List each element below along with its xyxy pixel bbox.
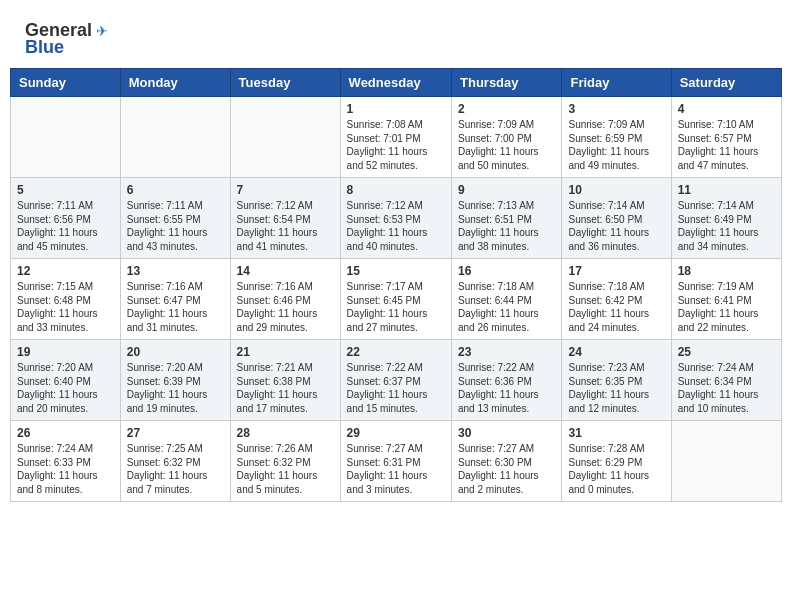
calendar-cell: 23Sunrise: 7:22 AM Sunset: 6:36 PM Dayli… (452, 340, 562, 421)
day-info: Sunrise: 7:14 AM Sunset: 6:50 PM Dayligh… (568, 199, 664, 253)
calendar-cell (120, 97, 230, 178)
calendar-cell: 27Sunrise: 7:25 AM Sunset: 6:32 PM Dayli… (120, 421, 230, 502)
calendar-cell: 24Sunrise: 7:23 AM Sunset: 6:35 PM Dayli… (562, 340, 671, 421)
calendar-cell: 15Sunrise: 7:17 AM Sunset: 6:45 PM Dayli… (340, 259, 451, 340)
day-number: 12 (17, 264, 114, 278)
day-number: 13 (127, 264, 224, 278)
calendar-cell: 7Sunrise: 7:12 AM Sunset: 6:54 PM Daylig… (230, 178, 340, 259)
header-friday: Friday (562, 69, 671, 97)
day-number: 7 (237, 183, 334, 197)
calendar-cell: 1Sunrise: 7:08 AM Sunset: 7:01 PM Daylig… (340, 97, 451, 178)
day-info: Sunrise: 7:15 AM Sunset: 6:48 PM Dayligh… (17, 280, 114, 334)
day-info: Sunrise: 7:16 AM Sunset: 6:46 PM Dayligh… (237, 280, 334, 334)
day-info: Sunrise: 7:17 AM Sunset: 6:45 PM Dayligh… (347, 280, 445, 334)
day-number: 1 (347, 102, 445, 116)
calendar-cell: 9Sunrise: 7:13 AM Sunset: 6:51 PM Daylig… (452, 178, 562, 259)
calendar-cell: 18Sunrise: 7:19 AM Sunset: 6:41 PM Dayli… (671, 259, 781, 340)
logo-blue-text: Blue (25, 37, 64, 58)
calendar-cell: 26Sunrise: 7:24 AM Sunset: 6:33 PM Dayli… (11, 421, 121, 502)
day-info: Sunrise: 7:27 AM Sunset: 6:30 PM Dayligh… (458, 442, 555, 496)
calendar-cell: 11Sunrise: 7:14 AM Sunset: 6:49 PM Dayli… (671, 178, 781, 259)
header-saturday: Saturday (671, 69, 781, 97)
day-number: 3 (568, 102, 664, 116)
calendar-cell: 21Sunrise: 7:21 AM Sunset: 6:38 PM Dayli… (230, 340, 340, 421)
day-number: 25 (678, 345, 775, 359)
calendar-cell: 20Sunrise: 7:20 AM Sunset: 6:39 PM Dayli… (120, 340, 230, 421)
calendar-cell: 14Sunrise: 7:16 AM Sunset: 6:46 PM Dayli… (230, 259, 340, 340)
calendar-cell: 22Sunrise: 7:22 AM Sunset: 6:37 PM Dayli… (340, 340, 451, 421)
day-number: 31 (568, 426, 664, 440)
day-info: Sunrise: 7:22 AM Sunset: 6:37 PM Dayligh… (347, 361, 445, 415)
calendar-cell: 16Sunrise: 7:18 AM Sunset: 6:44 PM Dayli… (452, 259, 562, 340)
day-info: Sunrise: 7:14 AM Sunset: 6:49 PM Dayligh… (678, 199, 775, 253)
calendar-cell: 30Sunrise: 7:27 AM Sunset: 6:30 PM Dayli… (452, 421, 562, 502)
day-info: Sunrise: 7:26 AM Sunset: 6:32 PM Dayligh… (237, 442, 334, 496)
calendar-cell: 29Sunrise: 7:27 AM Sunset: 6:31 PM Dayli… (340, 421, 451, 502)
day-info: Sunrise: 7:20 AM Sunset: 6:40 PM Dayligh… (17, 361, 114, 415)
calendar-cell (230, 97, 340, 178)
day-info: Sunrise: 7:20 AM Sunset: 6:39 PM Dayligh… (127, 361, 224, 415)
calendar-cell: 25Sunrise: 7:24 AM Sunset: 6:34 PM Dayli… (671, 340, 781, 421)
day-info: Sunrise: 7:10 AM Sunset: 6:57 PM Dayligh… (678, 118, 775, 172)
day-info: Sunrise: 7:12 AM Sunset: 6:53 PM Dayligh… (347, 199, 445, 253)
header-tuesday: Tuesday (230, 69, 340, 97)
day-info: Sunrise: 7:28 AM Sunset: 6:29 PM Dayligh… (568, 442, 664, 496)
day-number: 14 (237, 264, 334, 278)
day-number: 17 (568, 264, 664, 278)
day-info: Sunrise: 7:25 AM Sunset: 6:32 PM Dayligh… (127, 442, 224, 496)
calendar-week-3: 12Sunrise: 7:15 AM Sunset: 6:48 PM Dayli… (11, 259, 782, 340)
calendar-cell: 10Sunrise: 7:14 AM Sunset: 6:50 PM Dayli… (562, 178, 671, 259)
calendar-cell: 6Sunrise: 7:11 AM Sunset: 6:55 PM Daylig… (120, 178, 230, 259)
calendar-cell: 8Sunrise: 7:12 AM Sunset: 6:53 PM Daylig… (340, 178, 451, 259)
header-thursday: Thursday (452, 69, 562, 97)
day-number: 5 (17, 183, 114, 197)
calendar-cell: 4Sunrise: 7:10 AM Sunset: 6:57 PM Daylig… (671, 97, 781, 178)
day-info: Sunrise: 7:08 AM Sunset: 7:01 PM Dayligh… (347, 118, 445, 172)
header-monday: Monday (120, 69, 230, 97)
header-sunday: Sunday (11, 69, 121, 97)
day-number: 26 (17, 426, 114, 440)
day-info: Sunrise: 7:18 AM Sunset: 6:42 PM Dayligh… (568, 280, 664, 334)
day-info: Sunrise: 7:11 AM Sunset: 6:55 PM Dayligh… (127, 199, 224, 253)
calendar-cell: 19Sunrise: 7:20 AM Sunset: 6:40 PM Dayli… (11, 340, 121, 421)
day-info: Sunrise: 7:13 AM Sunset: 6:51 PM Dayligh… (458, 199, 555, 253)
day-number: 24 (568, 345, 664, 359)
calendar-cell: 28Sunrise: 7:26 AM Sunset: 6:32 PM Dayli… (230, 421, 340, 502)
day-number: 8 (347, 183, 445, 197)
day-number: 28 (237, 426, 334, 440)
day-number: 18 (678, 264, 775, 278)
day-number: 10 (568, 183, 664, 197)
calendar-cell: 5Sunrise: 7:11 AM Sunset: 6:56 PM Daylig… (11, 178, 121, 259)
day-info: Sunrise: 7:11 AM Sunset: 6:56 PM Dayligh… (17, 199, 114, 253)
day-number: 11 (678, 183, 775, 197)
day-number: 9 (458, 183, 555, 197)
day-number: 4 (678, 102, 775, 116)
day-info: Sunrise: 7:12 AM Sunset: 6:54 PM Dayligh… (237, 199, 334, 253)
day-info: Sunrise: 7:22 AM Sunset: 6:36 PM Dayligh… (458, 361, 555, 415)
calendar-cell: 31Sunrise: 7:28 AM Sunset: 6:29 PM Dayli… (562, 421, 671, 502)
day-number: 29 (347, 426, 445, 440)
day-number: 20 (127, 345, 224, 359)
calendar-week-1: 1Sunrise: 7:08 AM Sunset: 7:01 PM Daylig… (11, 97, 782, 178)
calendar-table: SundayMondayTuesdayWednesdayThursdayFrid… (10, 68, 782, 502)
day-info: Sunrise: 7:16 AM Sunset: 6:47 PM Dayligh… (127, 280, 224, 334)
calendar-cell: 12Sunrise: 7:15 AM Sunset: 6:48 PM Dayli… (11, 259, 121, 340)
day-info: Sunrise: 7:23 AM Sunset: 6:35 PM Dayligh… (568, 361, 664, 415)
logo-bird-icon: ✈ (96, 23, 108, 39)
day-info: Sunrise: 7:27 AM Sunset: 6:31 PM Dayligh… (347, 442, 445, 496)
day-number: 23 (458, 345, 555, 359)
day-number: 2 (458, 102, 555, 116)
calendar-header-row: SundayMondayTuesdayWednesdayThursdayFrid… (11, 69, 782, 97)
calendar-week-2: 5Sunrise: 7:11 AM Sunset: 6:56 PM Daylig… (11, 178, 782, 259)
calendar-cell: 3Sunrise: 7:09 AM Sunset: 6:59 PM Daylig… (562, 97, 671, 178)
calendar-week-4: 19Sunrise: 7:20 AM Sunset: 6:40 PM Dayli… (11, 340, 782, 421)
day-info: Sunrise: 7:21 AM Sunset: 6:38 PM Dayligh… (237, 361, 334, 415)
header-wednesday: Wednesday (340, 69, 451, 97)
page-header: General ✈ Blue (10, 10, 782, 63)
day-info: Sunrise: 7:18 AM Sunset: 6:44 PM Dayligh… (458, 280, 555, 334)
day-number: 16 (458, 264, 555, 278)
calendar-week-5: 26Sunrise: 7:24 AM Sunset: 6:33 PM Dayli… (11, 421, 782, 502)
day-info: Sunrise: 7:19 AM Sunset: 6:41 PM Dayligh… (678, 280, 775, 334)
day-info: Sunrise: 7:09 AM Sunset: 6:59 PM Dayligh… (568, 118, 664, 172)
day-number: 15 (347, 264, 445, 278)
